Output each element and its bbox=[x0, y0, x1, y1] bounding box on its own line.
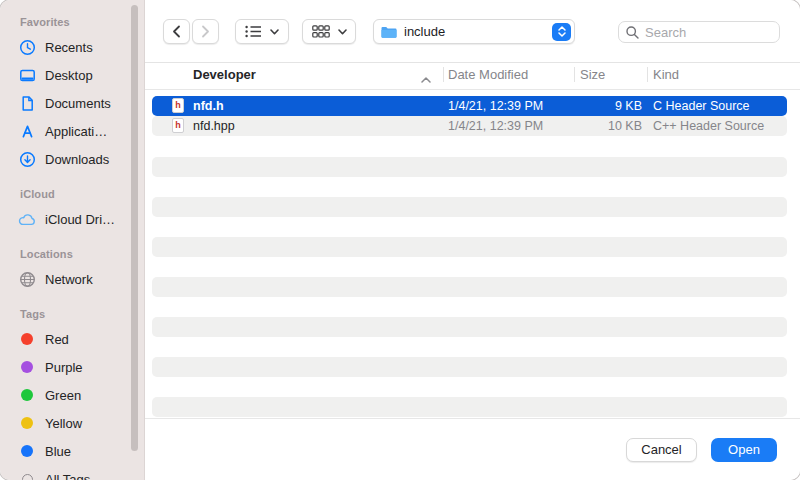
group-view-button[interactable] bbox=[302, 19, 356, 44]
circle-outline-icon bbox=[18, 470, 36, 480]
sidebar-item-network[interactable]: Network bbox=[18, 265, 144, 293]
list-view-button[interactable] bbox=[235, 19, 289, 44]
sidebar-item-label: Yellow bbox=[45, 416, 82, 431]
sidebar: Favorites Recents Desktop Documents Appl… bbox=[0, 0, 145, 480]
current-folder-dropdown[interactable]: include bbox=[373, 19, 575, 44]
file-name: nfd.h bbox=[193, 99, 224, 113]
grid-view-icon bbox=[312, 25, 330, 38]
file-date-modified: 1/4/21, 12:39 PM bbox=[448, 99, 543, 113]
section-label-tags: Tags bbox=[20, 308, 144, 320]
column-header-kind[interactable]: Kind bbox=[653, 67, 679, 82]
sidebar-item-tag-blue[interactable]: Blue bbox=[18, 437, 144, 465]
sidebar-item-label: Blue bbox=[45, 444, 71, 459]
sidebar-item-label: iCloud Dri… bbox=[45, 212, 115, 227]
file-size: 9 KB bbox=[552, 99, 642, 113]
file-list: h nfd.h 1/4/21, 12:39 PM 9 KB C Header S… bbox=[145, 89, 800, 419]
sidebar-item-label: Network bbox=[45, 272, 93, 287]
tag-dot-icon bbox=[18, 358, 36, 376]
tag-dot-icon bbox=[18, 330, 36, 348]
column-divider bbox=[574, 67, 575, 82]
sidebar-item-tag-yellow[interactable]: Yellow bbox=[18, 409, 144, 437]
tag-dot-icon bbox=[18, 386, 36, 404]
cancel-button[interactable]: Cancel bbox=[626, 438, 697, 462]
file-row-nfd-hpp[interactable]: h nfd.hpp 1/4/21, 12:39 PM 10 KB C++ Hea… bbox=[152, 116, 787, 136]
current-folder-label: include bbox=[404, 24, 445, 39]
open-button[interactable]: Open bbox=[711, 438, 777, 462]
sidebar-item-label: Applicati… bbox=[45, 124, 107, 139]
file-date-modified: 1/4/21, 12:39 PM bbox=[448, 119, 543, 133]
empty-row-stripe bbox=[152, 397, 787, 417]
search-field[interactable] bbox=[618, 21, 780, 43]
chevron-down-icon bbox=[338, 29, 347, 35]
sidebar-item-all-tags[interactable]: All Tags bbox=[18, 465, 144, 480]
column-header-date-modified[interactable]: Date Modified bbox=[448, 67, 528, 82]
sidebar-item-tag-purple[interactable]: Purple bbox=[18, 353, 144, 381]
column-divider bbox=[647, 67, 648, 82]
column-header-developer[interactable]: Developer bbox=[193, 67, 256, 82]
sidebar-item-label: Red bbox=[45, 332, 69, 347]
search-icon bbox=[626, 26, 639, 39]
sidebar-item-label: Green bbox=[45, 388, 81, 403]
column-divider bbox=[443, 67, 444, 82]
file-size: 10 KB bbox=[552, 119, 642, 133]
empty-row-stripe bbox=[152, 317, 787, 337]
section-label-favorites: Favorites bbox=[20, 16, 144, 28]
sidebar-item-icloud-drive[interactable]: iCloud Dri… bbox=[18, 205, 144, 233]
appstore-icon bbox=[18, 122, 36, 140]
file-row-nfd-h[interactable]: h nfd.h 1/4/21, 12:39 PM 9 KB C Header S… bbox=[152, 96, 787, 116]
dialog-footer: Cancel Open bbox=[145, 418, 800, 480]
cloud-icon bbox=[18, 210, 36, 228]
document-icon bbox=[18, 94, 36, 112]
sidebar-item-label: Documents bbox=[45, 96, 111, 111]
desktop-icon bbox=[18, 66, 36, 84]
column-header-row: Developer Date Modified Size Kind bbox=[145, 62, 800, 90]
chevron-right-icon bbox=[201, 25, 210, 38]
sidebar-item-desktop[interactable]: Desktop bbox=[18, 61, 144, 89]
folder-icon bbox=[380, 25, 398, 39]
search-input[interactable] bbox=[643, 24, 767, 41]
sidebar-item-recents[interactable]: Recents bbox=[18, 33, 144, 61]
sidebar-item-downloads[interactable]: Downloads bbox=[18, 145, 144, 173]
sidebar-item-tag-red[interactable]: Red bbox=[18, 325, 144, 353]
clock-icon bbox=[18, 38, 36, 56]
file-name: nfd.hpp bbox=[193, 119, 235, 133]
sidebar-item-label: Downloads bbox=[45, 152, 109, 167]
main-panel: include Developer Date Modified Size Kin… bbox=[145, 0, 800, 480]
sidebar-item-tag-green[interactable]: Green bbox=[18, 381, 144, 409]
tag-dot-icon bbox=[18, 414, 36, 432]
open-file-dialog: Favorites Recents Desktop Documents Appl… bbox=[0, 0, 800, 480]
file-kind: C Header Source bbox=[653, 99, 750, 113]
column-header-size[interactable]: Size bbox=[580, 67, 605, 82]
empty-row-stripe bbox=[152, 197, 787, 217]
sidebar-scrollbar[interactable] bbox=[131, 5, 138, 451]
sidebar-item-label: All Tags bbox=[45, 472, 90, 480]
sidebar-item-applications[interactable]: Applicati… bbox=[18, 117, 144, 145]
sort-ascending-icon bbox=[421, 71, 431, 86]
empty-row-stripe bbox=[152, 157, 787, 177]
header-file-icon: h bbox=[172, 118, 184, 133]
sidebar-item-label: Purple bbox=[45, 360, 83, 375]
section-label-locations: Locations bbox=[20, 248, 144, 260]
empty-row-stripe bbox=[152, 357, 787, 377]
header-file-icon: h bbox=[172, 98, 184, 113]
empty-row-stripe bbox=[152, 237, 787, 257]
chevron-left-icon bbox=[172, 25, 181, 38]
file-kind: C++ Header Source bbox=[653, 119, 764, 133]
tag-dot-icon bbox=[18, 442, 36, 460]
chevron-down-icon bbox=[270, 29, 279, 35]
globe-icon bbox=[18, 270, 36, 288]
sidebar-item-label: Recents bbox=[45, 40, 93, 55]
download-icon bbox=[18, 150, 36, 168]
toolbar: include bbox=[145, 0, 800, 63]
sidebar-item-documents[interactable]: Documents bbox=[18, 89, 144, 117]
dropdown-stepper-icon bbox=[552, 23, 571, 41]
empty-row-stripe bbox=[152, 277, 787, 297]
forward-button[interactable] bbox=[192, 19, 219, 44]
section-label-icloud: iCloud bbox=[20, 188, 144, 200]
back-button[interactable] bbox=[163, 19, 190, 44]
list-view-icon bbox=[245, 25, 262, 38]
sidebar-item-label: Desktop bbox=[45, 68, 93, 83]
